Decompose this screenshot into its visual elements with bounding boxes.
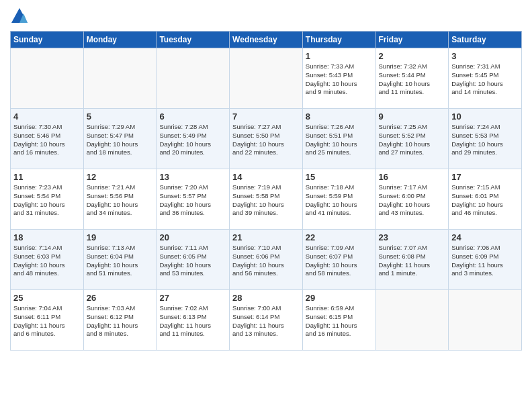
day-number: 26 [87, 293, 154, 303]
calendar-cell: 20Sunrise: 7:11 AM Sunset: 6:05 PM Dayli… [157, 230, 230, 290]
calendar-header: SundayMondayTuesdayWednesdayThursdayFrid… [11, 32, 522, 48]
day-info: Sunrise: 7:10 AM Sunset: 6:06 PM Dayligh… [232, 244, 300, 278]
day-info: Sunrise: 7:07 AM Sunset: 6:08 PM Dayligh… [379, 244, 446, 278]
day-number: 10 [451, 111, 519, 122]
day-info: Sunrise: 7:25 AM Sunset: 5:52 PM Dayligh… [379, 123, 446, 157]
day-info: Sunrise: 7:02 AM Sunset: 6:13 PM Dayligh… [159, 304, 226, 338]
day-info: Sunrise: 7:04 AM Sunset: 6:11 PM Dayligh… [13, 304, 81, 338]
day-number: 9 [379, 111, 446, 122]
calendar-cell: 7Sunrise: 7:27 AM Sunset: 5:50 PM Daylig… [230, 109, 303, 169]
calendar-cell: 12Sunrise: 7:21 AM Sunset: 5:56 PM Dayli… [83, 169, 157, 230]
calendar-cell: 19Sunrise: 7:13 AM Sunset: 6:04 PM Dayli… [83, 230, 157, 290]
calendar-cell: 10Sunrise: 7:24 AM Sunset: 5:53 PM Dayli… [449, 109, 522, 169]
day-number: 16 [379, 172, 446, 182]
page-container: SundayMondayTuesdayWednesdayThursdayFrid… [0, 0, 532, 354]
logo-icon [10, 7, 29, 26]
calendar-cell [83, 48, 157, 109]
day-info: Sunrise: 7:30 AM Sunset: 5:46 PM Dayligh… [13, 123, 81, 157]
weekday-header-wednesday: Wednesday [230, 32, 303, 48]
day-info: Sunrise: 7:19 AM Sunset: 5:58 PM Dayligh… [232, 183, 300, 218]
day-number: 5 [87, 111, 154, 122]
weekday-header-saturday: Saturday [449, 32, 522, 48]
calendar-cell: 26Sunrise: 7:03 AM Sunset: 6:12 PM Dayli… [83, 290, 157, 351]
calendar-cell [157, 48, 230, 109]
calendar-cell: 25Sunrise: 7:04 AM Sunset: 6:11 PM Dayli… [11, 290, 84, 351]
calendar-cell: 22Sunrise: 7:09 AM Sunset: 6:07 PM Dayli… [302, 230, 375, 290]
calendar-cell: 14Sunrise: 7:19 AM Sunset: 5:58 PM Dayli… [230, 169, 303, 230]
calendar-cell: 17Sunrise: 7:15 AM Sunset: 6:01 PM Dayli… [449, 169, 522, 230]
day-number: 25 [13, 293, 81, 303]
day-info: Sunrise: 7:24 AM Sunset: 5:53 PM Dayligh… [451, 123, 519, 157]
calendar-cell: 5Sunrise: 7:29 AM Sunset: 5:47 PM Daylig… [83, 109, 157, 169]
day-info: Sunrise: 7:06 AM Sunset: 6:09 PM Dayligh… [451, 244, 519, 278]
header [10, 7, 522, 26]
calendar-cell: 8Sunrise: 7:26 AM Sunset: 5:51 PM Daylig… [302, 109, 375, 169]
calendar-week-2: 11Sunrise: 7:23 AM Sunset: 5:54 PM Dayli… [11, 169, 522, 230]
weekday-header-friday: Friday [375, 32, 449, 48]
weekday-header-tuesday: Tuesday [157, 32, 230, 48]
calendar-week-4: 25Sunrise: 7:04 AM Sunset: 6:11 PM Dayli… [11, 290, 522, 351]
day-info: Sunrise: 7:33 AM Sunset: 5:43 PM Dayligh… [306, 62, 373, 97]
calendar-cell: 3Sunrise: 7:31 AM Sunset: 5:45 PM Daylig… [449, 48, 522, 109]
day-number: 12 [87, 172, 154, 182]
day-number: 4 [13, 111, 81, 122]
weekday-header-monday: Monday [83, 32, 157, 48]
calendar-cell [449, 290, 522, 351]
calendar-table: SundayMondayTuesdayWednesdayThursdayFrid… [10, 31, 522, 351]
calendar-cell [11, 48, 84, 109]
day-number: 1 [306, 51, 373, 61]
day-number: 23 [379, 232, 446, 242]
day-info: Sunrise: 7:18 AM Sunset: 5:59 PM Dayligh… [306, 183, 373, 218]
calendar-cell: 21Sunrise: 7:10 AM Sunset: 6:06 PM Dayli… [230, 230, 303, 290]
weekday-header-thursday: Thursday [302, 32, 375, 48]
day-info: Sunrise: 7:00 AM Sunset: 6:14 PM Dayligh… [232, 304, 300, 338]
day-info: Sunrise: 7:14 AM Sunset: 6:03 PM Dayligh… [13, 244, 81, 278]
day-number: 24 [451, 232, 519, 242]
day-number: 3 [451, 51, 519, 61]
day-number: 28 [232, 293, 300, 303]
day-number: 19 [87, 232, 154, 242]
day-info: Sunrise: 7:29 AM Sunset: 5:47 PM Dayligh… [87, 123, 154, 157]
calendar-cell: 24Sunrise: 7:06 AM Sunset: 6:09 PM Dayli… [449, 230, 522, 290]
day-number: 15 [306, 172, 373, 182]
day-info: Sunrise: 7:13 AM Sunset: 6:04 PM Dayligh… [87, 244, 154, 278]
day-number: 20 [159, 232, 226, 242]
calendar-week-0: 1Sunrise: 7:33 AM Sunset: 5:43 PM Daylig… [11, 48, 522, 109]
day-number: 6 [159, 111, 226, 122]
day-info: Sunrise: 7:27 AM Sunset: 5:50 PM Dayligh… [232, 123, 300, 157]
calendar-cell: 23Sunrise: 7:07 AM Sunset: 6:08 PM Dayli… [375, 230, 449, 290]
calendar-cell: 11Sunrise: 7:23 AM Sunset: 5:54 PM Dayli… [11, 169, 84, 230]
calendar-cell: 16Sunrise: 7:17 AM Sunset: 6:00 PM Dayli… [375, 169, 449, 230]
calendar-cell [375, 290, 449, 351]
calendar-cell: 9Sunrise: 7:25 AM Sunset: 5:52 PM Daylig… [375, 109, 449, 169]
calendar-week-3: 18Sunrise: 7:14 AM Sunset: 6:03 PM Dayli… [11, 230, 522, 290]
calendar-cell: 4Sunrise: 7:30 AM Sunset: 5:46 PM Daylig… [11, 109, 84, 169]
weekday-header-row: SundayMondayTuesdayWednesdayThursdayFrid… [11, 32, 522, 48]
day-info: Sunrise: 7:11 AM Sunset: 6:05 PM Dayligh… [159, 244, 226, 278]
day-number: 22 [306, 232, 373, 242]
day-number: 13 [159, 172, 226, 182]
day-number: 7 [232, 111, 300, 122]
day-info: Sunrise: 7:09 AM Sunset: 6:07 PM Dayligh… [306, 244, 373, 278]
calendar-cell: 2Sunrise: 7:32 AM Sunset: 5:44 PM Daylig… [375, 48, 449, 109]
calendar-cell: 28Sunrise: 7:00 AM Sunset: 6:14 PM Dayli… [230, 290, 303, 351]
day-info: Sunrise: 7:32 AM Sunset: 5:44 PM Dayligh… [379, 62, 446, 97]
day-number: 21 [232, 232, 300, 242]
weekday-header-sunday: Sunday [11, 32, 84, 48]
calendar-cell [230, 48, 303, 109]
calendar-cell: 6Sunrise: 7:28 AM Sunset: 5:49 PM Daylig… [157, 109, 230, 169]
day-number: 2 [379, 51, 446, 61]
calendar-cell: 18Sunrise: 7:14 AM Sunset: 6:03 PM Dayli… [11, 230, 84, 290]
day-number: 11 [13, 172, 81, 182]
day-info: Sunrise: 7:17 AM Sunset: 6:00 PM Dayligh… [379, 183, 446, 218]
day-number: 8 [306, 111, 373, 122]
day-info: Sunrise: 7:31 AM Sunset: 5:45 PM Dayligh… [451, 62, 519, 97]
day-number: 14 [232, 172, 300, 182]
day-info: Sunrise: 7:03 AM Sunset: 6:12 PM Dayligh… [87, 304, 154, 338]
day-info: Sunrise: 7:21 AM Sunset: 5:56 PM Dayligh… [87, 183, 154, 218]
calendar-cell: 27Sunrise: 7:02 AM Sunset: 6:13 PM Dayli… [157, 290, 230, 351]
calendar-cell: 29Sunrise: 6:59 AM Sunset: 6:15 PM Dayli… [302, 290, 375, 351]
calendar-cell: 13Sunrise: 7:20 AM Sunset: 5:57 PM Dayli… [157, 169, 230, 230]
day-info: Sunrise: 7:26 AM Sunset: 5:51 PM Dayligh… [306, 123, 373, 157]
day-number: 29 [306, 293, 373, 303]
